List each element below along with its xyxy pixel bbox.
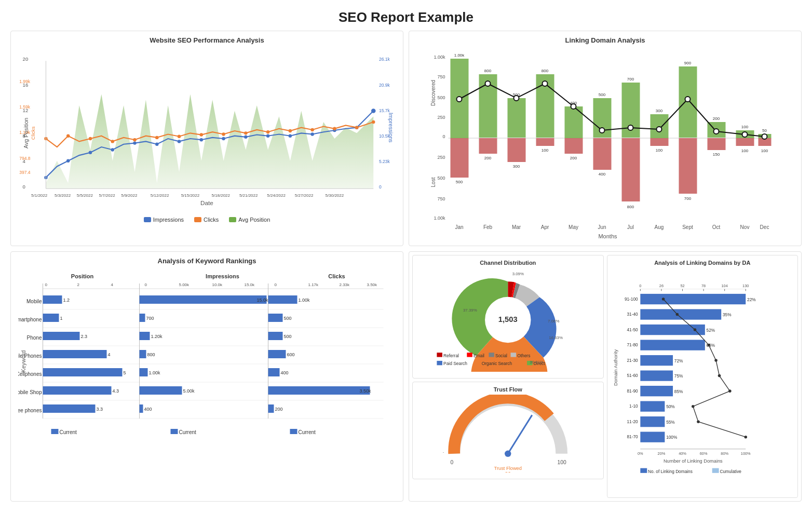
svg-text:10.0k: 10.0k — [212, 282, 223, 287]
svg-text:Organic Search: Organic Search — [482, 361, 512, 366]
svg-text:·: · — [443, 450, 444, 455]
svg-text:Mobile Shop: Mobile Shop — [18, 389, 42, 395]
svg-rect-296 — [640, 370, 673, 381]
svg-rect-236 — [437, 353, 442, 357]
svg-rect-238 — [467, 353, 472, 357]
keyword-rankings-title: Analysis of Keyword Rankings — [18, 257, 396, 265]
svg-text:750: 750 — [437, 74, 445, 79]
svg-text:900: 900 — [684, 61, 692, 65]
svg-rect-224 — [268, 386, 370, 395]
svg-text:52: 52 — [680, 284, 684, 288]
seo-performance-chart: Website SEO Performance Analysis 20 16 1… — [10, 31, 403, 246]
svg-rect-208 — [140, 368, 148, 376]
svg-text:20.9k: 20.9k — [379, 83, 390, 88]
svg-rect-88 — [508, 98, 526, 138]
svg-text:Email: Email — [473, 353, 484, 358]
svg-text:5/15/2022: 5/15/2022 — [181, 193, 200, 198]
svg-text:700: 700 — [146, 316, 154, 321]
svg-text:60%: 60% — [699, 451, 707, 456]
svg-text:May: May — [569, 224, 578, 230]
svg-point-48 — [289, 129, 292, 132]
svg-rect-93 — [536, 138, 554, 146]
svg-point-44 — [200, 133, 203, 136]
svg-point-25 — [133, 141, 136, 144]
trust-flow-svg: 0 100 Trust Flowed 80 · — [417, 395, 599, 473]
svg-text:800: 800 — [484, 69, 492, 73]
svg-text:26.1k: 26.1k — [379, 57, 390, 62]
svg-rect-294 — [640, 355, 673, 366]
svg-rect-190 — [43, 332, 80, 340]
svg-point-24 — [111, 148, 114, 151]
svg-text:1.00k: 1.00k — [434, 215, 445, 221]
svg-text:Oct: Oct — [712, 224, 721, 230]
svg-text:300: 300 — [656, 109, 663, 113]
svg-text:81-90: 81-90 — [627, 388, 638, 394]
svg-text:400: 400 — [281, 370, 289, 375]
svg-rect-228 — [51, 429, 59, 434]
svg-text:Jun: Jun — [598, 224, 606, 230]
svg-point-33 — [310, 132, 314, 136]
svg-rect-244 — [437, 361, 442, 365]
svg-text:Mar: Mar — [512, 224, 521, 230]
svg-rect-286 — [640, 294, 746, 304]
svg-text:51-60: 51-60 — [627, 373, 638, 378]
svg-point-52 — [372, 120, 375, 124]
seo-chart-title: Website SEO Performance Analysis — [18, 36, 396, 44]
svg-text:0: 0 — [639, 284, 641, 288]
svg-text:300: 300 — [513, 164, 520, 169]
svg-text:Mobile: Mobile — [26, 299, 42, 304]
svg-text:5/7/2022: 5/7/2022 — [99, 193, 115, 198]
svg-rect-240 — [489, 353, 494, 357]
svg-text:5/21/2022: 5/21/2022 — [239, 193, 258, 198]
svg-point-315 — [744, 436, 747, 439]
svg-point-132 — [571, 104, 576, 109]
clicks-legend-label: Clicks — [204, 217, 219, 223]
svg-text:0: 0 — [45, 282, 48, 287]
svg-point-256 — [505, 451, 511, 457]
svg-rect-97 — [565, 138, 583, 154]
svg-text:1.00k: 1.00k — [434, 55, 445, 60]
svg-rect-194 — [43, 368, 123, 376]
svg-rect-326 — [712, 468, 719, 473]
svg-rect-300 — [640, 401, 665, 412]
svg-rect-117 — [708, 138, 726, 150]
svg-text:Jul: Jul — [627, 224, 634, 230]
da-analysis-chart: Analysis of Linking Domains by DA 0 26 5… — [607, 255, 799, 498]
svg-text:750: 750 — [437, 196, 445, 201]
svg-point-313 — [692, 405, 695, 408]
channel-donut-svg: 1,503 Referral Email Social Others Paid … — [417, 268, 599, 372]
seo-legend: Impressions Clicks Avg Position — [18, 217, 396, 223]
svg-text:21-30: 21-30 — [627, 358, 638, 363]
svg-rect-186 — [43, 295, 62, 304]
svg-text:Nov: Nov — [740, 224, 750, 230]
svg-rect-232 — [290, 429, 297, 434]
svg-text:5/9/2022: 5/9/2022 — [121, 193, 138, 198]
page-title: SEO Report Example — [0, 0, 812, 31]
svg-text:3.50k: 3.50k — [359, 388, 371, 394]
svg-rect-202 — [140, 314, 145, 322]
svg-point-310 — [714, 359, 718, 362]
svg-text:800: 800 — [147, 352, 155, 357]
impressions-legend-color — [144, 217, 151, 222]
svg-text:Date: Date — [200, 199, 213, 206]
svg-text:800: 800 — [542, 69, 549, 73]
svg-text:50: 50 — [762, 128, 767, 133]
svg-text:5.00k: 5.00k — [183, 388, 195, 394]
svg-point-306 — [661, 298, 665, 301]
da-analysis-title: Analysis of Linking Domains by DA — [612, 260, 794, 266]
svg-text:3.09%: 3.09% — [512, 272, 524, 276]
svg-marker-20 — [46, 95, 373, 189]
svg-text:40%: 40% — [679, 451, 686, 456]
svg-rect-288 — [640, 309, 721, 319]
da-analysis-svg: 0 26 52 78 104 130 91-100 31- — [612, 268, 794, 491]
svg-point-49 — [310, 128, 314, 131]
svg-text:5/3/2022: 5/3/2022 — [55, 193, 71, 198]
svg-text:Referral: Referral — [443, 353, 459, 358]
svg-text:1.99k: 1.99k — [19, 79, 31, 84]
svg-point-128 — [457, 97, 462, 102]
svg-text:5/27/2022: 5/27/2022 — [295, 193, 314, 198]
svg-point-42 — [155, 136, 158, 139]
svg-text:20: 20 — [23, 56, 29, 62]
svg-text:250: 250 — [437, 115, 445, 120]
svg-text:Impressions: Impressions — [388, 113, 394, 143]
